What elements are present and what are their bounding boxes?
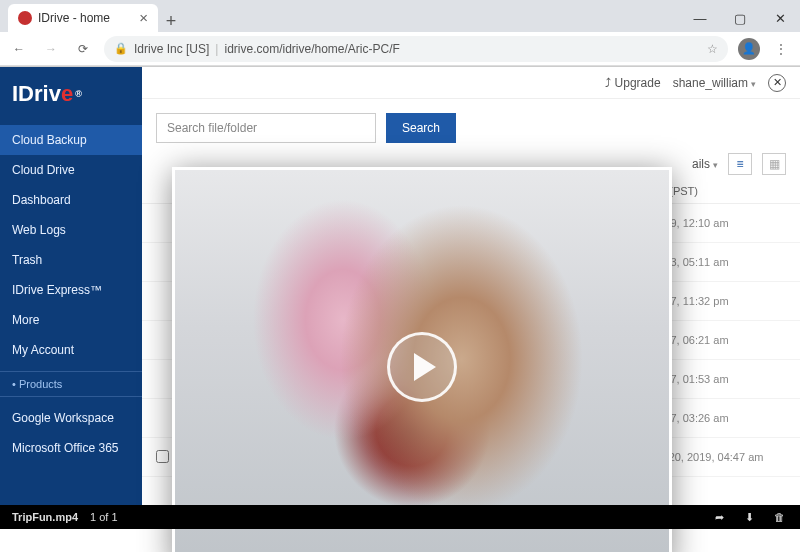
lightbox-filename: TripFun.mp4 xyxy=(12,511,78,523)
reload-button[interactable]: ⟳ xyxy=(72,38,94,60)
username-menu[interactable]: shane_william xyxy=(673,76,756,90)
sidebar-item-trash[interactable]: Trash xyxy=(0,245,142,275)
favicon-icon xyxy=(18,11,32,25)
close-window-button[interactable]: ✕ xyxy=(760,4,800,32)
brand-reg: ® xyxy=(75,89,82,99)
sidebar-item-idrive-express[interactable]: IDrive Express™ xyxy=(0,275,142,305)
brand-e: e xyxy=(61,81,73,107)
top-strip: ⤴ Upgrade shane_william ✕ xyxy=(142,67,800,99)
forward-button[interactable]: → xyxy=(40,38,62,60)
sidebar-item-cloud-drive[interactable]: Cloud Drive xyxy=(0,155,142,185)
url-field[interactable]: 🔒 Idrive Inc [US] | idrive.com/idrive/ho… xyxy=(104,36,728,62)
sidebar-item-dashboard[interactable]: Dashboard xyxy=(0,185,142,215)
browser-tab[interactable]: IDrive - home × xyxy=(8,4,158,32)
delete-icon[interactable]: 🗑 xyxy=(770,511,788,523)
download-icon[interactable]: ⬇ xyxy=(740,511,758,524)
row-checkbox[interactable] xyxy=(156,450,169,463)
search-row: Search file/folder Search xyxy=(142,99,800,149)
window-controls: — ▢ ✕ xyxy=(680,4,800,32)
sidebar: IDrive® Cloud Backup Cloud Drive Dashboa… xyxy=(0,67,142,529)
maximize-button[interactable]: ▢ xyxy=(720,4,760,32)
upgrade-link[interactable]: ⤴ Upgrade xyxy=(605,76,660,90)
menu-icon[interactable]: ⋮ xyxy=(770,38,792,60)
sidebar-products-heading: Products xyxy=(0,371,142,397)
minimize-button[interactable]: — xyxy=(680,4,720,32)
url-org: Idrive Inc [US] xyxy=(134,42,209,56)
sidebar-item-my-account[interactable]: My Account xyxy=(0,335,142,365)
close-panel-icon[interactable]: ✕ xyxy=(768,74,786,92)
sidebar-item-more[interactable]: More xyxy=(0,305,142,335)
new-tab-button[interactable]: + xyxy=(158,11,184,32)
search-button[interactable]: Search xyxy=(386,113,456,143)
sidebar-item-cloud-backup[interactable]: Cloud Backup xyxy=(0,125,142,155)
brand-pre: IDriv xyxy=(12,81,61,107)
lightbox-bar: TripFun.mp4 1 of 1 ➦ ⬇ 🗑 xyxy=(0,505,800,529)
list-view-icon[interactable]: ≡ xyxy=(728,153,752,175)
url-path: idrive.com/idrive/home/Aric-PC/F xyxy=(224,42,399,56)
sidebar-item-google-workspace[interactable]: Google Workspace xyxy=(0,403,142,433)
grid-view-icon[interactable]: ▦ xyxy=(762,153,786,175)
tab-title: IDrive - home xyxy=(38,11,110,25)
search-input[interactable]: Search file/folder xyxy=(156,113,376,143)
sidebar-item-microsoft-365[interactable]: Microsoft Office 365 xyxy=(0,433,142,463)
tab-bar: IDrive - home × + — ▢ ✕ xyxy=(0,0,800,32)
details-dropdown[interactable]: ails xyxy=(692,157,718,171)
bookmark-icon[interactable]: ☆ xyxy=(707,42,718,56)
profile-avatar-icon[interactable]: 👤 xyxy=(738,38,760,60)
share-icon[interactable]: ➦ xyxy=(710,511,728,524)
browser-chrome: IDrive - home × + — ▢ ✕ ← → ⟳ 🔒 Idrive I… xyxy=(0,0,800,67)
video-preview-overlay xyxy=(172,167,672,552)
sidebar-item-web-logs[interactable]: Web Logs xyxy=(0,215,142,245)
play-button-icon[interactable] xyxy=(387,332,457,402)
lock-icon: 🔒 xyxy=(114,42,128,55)
brand-logo: IDrive® xyxy=(0,67,142,125)
lightbox-counter: 1 of 1 xyxy=(90,511,118,523)
address-bar: ← → ⟳ 🔒 Idrive Inc [US] | idrive.com/idr… xyxy=(0,32,800,66)
back-button[interactable]: ← xyxy=(8,38,30,60)
app-shell: IDrive® Cloud Backup Cloud Drive Dashboa… xyxy=(0,67,800,529)
